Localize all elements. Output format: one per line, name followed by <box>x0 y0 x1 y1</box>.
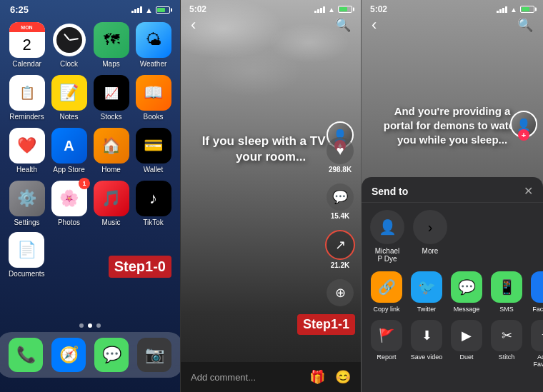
step-label-0: Step1-0 <box>109 256 171 278</box>
action-duet[interactable]: ▶ Duet <box>449 320 484 383</box>
follow-plus-badge-3[interactable]: + <box>518 129 529 141</box>
app-weather[interactable]: 🌤 Weather <box>135 22 171 68</box>
share-apps-row: 🔗 Copy link 🐦 Twitter 💬 Message 📱 SMS f … <box>362 267 543 317</box>
maps-label: Maps <box>102 60 119 68</box>
share-app-copylink[interactable]: 🔗 Copy link <box>369 271 404 313</box>
app-wallet[interactable]: 💳 Wallet <box>135 128 171 174</box>
app-maps[interactable]: 🗺 Maps <box>93 22 129 68</box>
app-appstore[interactable]: A App Store <box>51 128 87 174</box>
app-tiktok[interactable]: ♪ TikTok <box>135 181 171 226</box>
comment-bar: Add comment... 🎁 😊 <box>181 362 361 392</box>
documents-label: Documents <box>9 270 45 278</box>
health-icon: ❤️ <box>9 128 45 164</box>
action-save[interactable]: ⬇ Save video <box>409 320 444 383</box>
signal-icon-2 <box>314 6 325 13</box>
search-icon-3[interactable]: 🔍 <box>517 17 533 33</box>
photos-badge: 1 <box>79 178 90 189</box>
share-action[interactable]: ↗ 21.2K <box>325 230 355 269</box>
favorites-icon: ★ <box>531 320 543 351</box>
notes-icon: 📝 <box>51 75 87 111</box>
stitch-icon: ✂ <box>491 320 522 351</box>
books-label: Books <box>144 113 164 121</box>
share-app-sms[interactable]: 📱 SMS <box>489 271 524 313</box>
nav-panel2: ‹ 🔍 <box>181 16 361 34</box>
copylink-icon: 🔗 <box>371 271 402 303</box>
status-bar-panel1: 6:25 ▲ <box>0 0 180 16</box>
calendar-date: 2 <box>9 32 45 58</box>
app-stocks[interactable]: 📈 Stocks <box>93 75 129 121</box>
app-music[interactable]: 🎵 Music <box>93 181 129 226</box>
comment-action[interactable]: 💬 15.4K <box>327 184 354 220</box>
share-app-twitter[interactable]: 🐦 Twitter <box>409 271 444 313</box>
sms-icon: 📱 <box>491 271 522 303</box>
weather-label: Weather <box>140 60 167 68</box>
app-books[interactable]: 📖 Books <box>135 75 171 121</box>
save-label: Save video <box>411 353 443 361</box>
contact-name-michael: MichaelP Dye <box>375 247 399 263</box>
like-action[interactable]: ♥ 298.8K <box>327 137 354 174</box>
back-button[interactable]: ‹ <box>191 16 196 34</box>
step-label-1: Step1-1 <box>297 314 355 335</box>
status-icons: ▲ <box>131 6 170 14</box>
facebook-label: Facebook <box>532 306 543 313</box>
notes-label: Notes <box>59 113 78 121</box>
battery-icon-3 <box>520 6 534 13</box>
report-icon: 🚩 <box>371 320 402 351</box>
app-settings[interactable]: ⚙️ Settings <box>9 181 45 226</box>
more-action[interactable]: ⊕ <box>327 279 354 306</box>
dot-2 <box>88 323 92 328</box>
photos-label: Photos <box>58 218 80 226</box>
action-favorites[interactable]: ★ Add to Favorites <box>529 320 543 383</box>
app-documents[interactable]: 📄 Documents <box>9 232 45 278</box>
contact-avatar-michael: 👤 <box>370 210 404 244</box>
contact-more-label: More <box>422 247 439 255</box>
dock-safari[interactable]: 🧭 <box>51 338 86 372</box>
duet-icon: ▶ <box>451 320 482 351</box>
battery-icon <box>156 6 170 14</box>
share-close-button[interactable]: ✕ <box>524 184 533 198</box>
calendar-day-label: MON <box>9 22 45 32</box>
status-icons-2: ▲ <box>314 4 352 14</box>
dock-camera[interactable]: 📷 <box>137 338 171 372</box>
time-display: 6:25 <box>10 4 29 15</box>
dock-messages[interactable]: 💬 <box>94 338 129 372</box>
gift-icon[interactable]: 🎁 <box>309 369 325 385</box>
app-home[interactable]: 🏠 Home <box>93 128 129 174</box>
comment-input[interactable]: Add comment... <box>191 372 256 383</box>
settings-label: Settings <box>14 218 39 226</box>
copylink-label: Copy link <box>373 306 399 313</box>
contact-michael[interactable]: 👤 MichaelP Dye <box>369 210 406 263</box>
documents-icon: 📄 <box>9 232 44 268</box>
more-icon: ⊕ <box>327 279 354 306</box>
share-app-facebook[interactable]: f Facebook <box>529 271 543 313</box>
stocks-icon: 📈 <box>94 75 129 111</box>
app-reminders[interactable]: 📋 Reminders <box>9 75 45 121</box>
duet-label: Duet <box>459 353 473 361</box>
like-count: 298.8K <box>329 166 352 174</box>
app-clock[interactable]: Clock <box>51 22 87 68</box>
share-app-message[interactable]: 💬 Message <box>449 271 484 313</box>
nav-panel3: ‹ 🔍 <box>362 16 543 34</box>
search-icon[interactable]: 🔍 <box>335 17 351 33</box>
share-title: Send to <box>372 186 408 197</box>
books-icon: 📖 <box>136 75 171 111</box>
health-label: Health <box>16 166 37 174</box>
stocks-label: Stocks <box>100 113 121 121</box>
music-icon: 🎵 <box>94 181 129 216</box>
time-panel3: 5:02 <box>370 4 387 14</box>
contact-more[interactable]: › More <box>412 210 449 263</box>
app-calendar[interactable]: MON 2 Calendar <box>9 22 45 68</box>
side-actions-panel2: ♥ 298.8K 💬 15.4K ↗ 21.2K ⊕ <box>325 137 355 306</box>
app-notes[interactable]: 📝 Notes <box>51 75 87 121</box>
home-icon: 🏠 <box>94 128 129 164</box>
action-stitch[interactable]: ✂ Stitch <box>489 320 524 383</box>
dock-phone[interactable]: 📞 <box>9 338 43 372</box>
stitch-label: Stitch <box>499 353 515 361</box>
back-button-3[interactable]: ‹ <box>372 16 377 34</box>
sms-label: SMS <box>499 306 514 313</box>
dot-3 <box>96 323 101 328</box>
emoji-icon[interactable]: 😊 <box>335 369 351 385</box>
action-report[interactable]: 🚩 Report <box>369 320 404 383</box>
app-health[interactable]: ❤️ Health <box>9 128 45 174</box>
app-photos[interactable]: 🌸 1 Photos <box>51 181 87 226</box>
